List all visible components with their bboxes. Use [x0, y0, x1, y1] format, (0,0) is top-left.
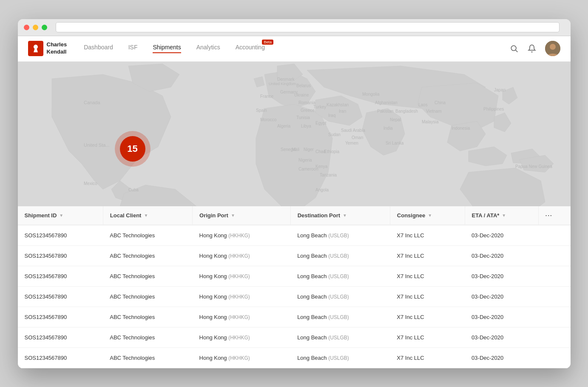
- table-container: Shipment ID ▼ Local Client ▼ Origin Port: [18, 206, 571, 368]
- logo: CharlesKendall: [28, 41, 67, 56]
- svg-text:Canada: Canada: [84, 100, 100, 105]
- search-icon[interactable]: [509, 44, 519, 53]
- svg-text:Saudi Arabia: Saudi Arabia: [341, 128, 365, 133]
- sort-icon-shipment-id: ▼: [59, 213, 63, 218]
- table-row[interactable]: SOS1234567890 ABC Technologies Hong Kong…: [18, 286, 571, 307]
- col-header-eta-ata[interactable]: ETA / ATA* ▼: [465, 206, 538, 225]
- notification-icon[interactable]: [527, 44, 537, 53]
- table-row[interactable]: SOS1234567890 ABC Technologies Hong Kong…: [18, 225, 571, 246]
- svg-text:Iran: Iran: [339, 109, 346, 114]
- sort-icon-destination-port: ▼: [343, 213, 347, 218]
- svg-text:Angola: Angola: [315, 188, 329, 192]
- col-header-origin-port[interactable]: Origin Port ▼: [193, 206, 291, 225]
- table-row[interactable]: SOS1234567890 ABC Technologies Hong Kong…: [18, 307, 571, 327]
- col-header-destination-port[interactable]: Destination Port ▼: [290, 206, 390, 225]
- cell-shipment-id: SOS1234567890: [18, 266, 103, 286]
- cell-consignee: X7 Inc LLC: [390, 225, 465, 246]
- map-container: Canada United Sta... Mexico Cuba Venezue…: [18, 62, 571, 206]
- user-avatar[interactable]: [545, 41, 560, 56]
- close-button[interactable]: [24, 25, 29, 30]
- maximize-button[interactable]: [42, 25, 47, 30]
- nav-shipments[interactable]: Shipments: [153, 44, 181, 53]
- title-bar: [18, 19, 571, 36]
- nav-dashboard[interactable]: Dashboard: [84, 44, 113, 53]
- nav-links: Dashboard ISF Shipments Analytics Accoun…: [84, 44, 509, 53]
- nav-accounting[interactable]: Accounting Beta: [236, 44, 265, 53]
- cell-destination-port: Long Beach (USLGB): [290, 245, 390, 266]
- svg-text:Spain: Spain: [256, 108, 267, 113]
- cell-eta-ata: 03-Dec-2020: [465, 347, 538, 368]
- svg-text:Philippines: Philippines: [483, 107, 504, 111]
- cell-origin-port: Hong Kong (HKHKG): [193, 225, 291, 246]
- svg-text:Belarus: Belarus: [296, 83, 311, 88]
- svg-text:Nepal: Nepal: [390, 117, 401, 122]
- svg-text:Malaysia: Malaysia: [422, 120, 439, 124]
- svg-text:Cuba: Cuba: [128, 188, 139, 192]
- cell-consignee: X7 Inc LLC: [390, 286, 465, 307]
- col-header-local-client[interactable]: Local Client ▼: [103, 206, 192, 225]
- cell-consignee: X7 Inc LLC: [390, 245, 465, 266]
- cell-more: [538, 245, 570, 266]
- map-cluster[interactable]: 15: [120, 136, 145, 162]
- table-row[interactable]: SOS1234567890 ABC Technologies Hong Kong…: [18, 245, 571, 266]
- svg-text:Papua New Guinea: Papua New Guinea: [515, 164, 552, 169]
- svg-text:Ukraine: Ukraine: [294, 93, 309, 97]
- cell-shipment-id: SOS1234567890: [18, 286, 103, 307]
- cell-origin-port: Hong Kong (HKHKG): [193, 245, 291, 266]
- col-header-shipment-id[interactable]: Shipment ID ▼: [18, 206, 103, 225]
- svg-text:Yemen: Yemen: [345, 141, 358, 145]
- nav-analytics[interactable]: Analytics: [196, 44, 220, 53]
- cell-destination-port: Long Beach (USLGB): [290, 307, 390, 327]
- svg-text:Bangladesh: Bangladesh: [395, 109, 418, 114]
- cell-shipment-id: SOS1234567890: [18, 245, 103, 266]
- table-row[interactable]: SOS1234567890 ABC Technologies Hong Kong…: [18, 347, 571, 368]
- svg-text:United Kingdom: United Kingdom: [269, 82, 296, 86]
- svg-text:United Sta...: United Sta...: [84, 142, 110, 148]
- svg-text:Libya: Libya: [301, 124, 311, 128]
- table-row[interactable]: SOS1234567890 ABC Technologies Hong Kong…: [18, 266, 571, 286]
- table-row[interactable]: SOS1234567890 ABC Technologies Hong Kong…: [18, 327, 571, 347]
- svg-text:Greece: Greece: [301, 108, 315, 113]
- svg-line-1: [515, 50, 517, 52]
- cell-origin-port: Hong Kong (HKHKG): [193, 266, 291, 286]
- cell-local-client: ABC Technologies: [103, 245, 192, 266]
- cell-more: [538, 286, 570, 307]
- svg-text:France: France: [260, 94, 274, 99]
- cell-more: [538, 347, 570, 368]
- cell-eta-ata: 03-Dec-2020: [465, 266, 538, 286]
- cell-origin-port: Hong Kong (HKHKG): [193, 347, 291, 368]
- cell-destination-port: Long Beach (USLGB): [290, 286, 390, 307]
- cell-consignee: X7 Inc LLC: [390, 307, 465, 327]
- svg-text:Algeria: Algeria: [277, 124, 291, 128]
- svg-text:Cameroon: Cameroon: [298, 167, 318, 171]
- svg-text:Laos: Laos: [418, 102, 428, 107]
- svg-text:Mexico: Mexico: [84, 181, 97, 186]
- svg-point-0: [511, 46, 516, 51]
- col-header-more[interactable]: ···: [538, 206, 570, 225]
- cell-consignee: X7 Inc LLC: [390, 266, 465, 286]
- svg-text:Ethiopia: Ethiopia: [324, 149, 340, 154]
- svg-text:Indonesia: Indonesia: [452, 126, 470, 131]
- svg-text:Sri Lanka: Sri Lanka: [386, 141, 404, 145]
- cell-local-client: ABC Technologies: [103, 225, 192, 246]
- table-header-row: Shipment ID ▼ Local Client ▼ Origin Port: [18, 206, 571, 225]
- cell-destination-port: Long Beach (USLGB): [290, 347, 390, 368]
- minimize-button[interactable]: [33, 25, 38, 30]
- svg-text:Tunisia: Tunisia: [296, 115, 310, 120]
- nav-isf[interactable]: ISF: [128, 44, 138, 53]
- svg-point-3: [550, 44, 556, 50]
- cell-shipment-id: SOS1234567890: [18, 307, 103, 327]
- cell-local-client: ABC Technologies: [103, 307, 192, 327]
- logo-text: CharlesKendall: [47, 41, 67, 56]
- navbar: CharlesKendall Dashboard ISF Shipments A…: [18, 36, 571, 62]
- col-header-consignee[interactable]: Consignee ▼: [390, 206, 465, 225]
- svg-text:Kazakhstan: Kazakhstan: [327, 102, 349, 107]
- svg-text:Niger: Niger: [304, 147, 314, 152]
- cell-origin-port: Hong Kong (HKHKG): [193, 327, 291, 347]
- cell-eta-ata: 03-Dec-2020: [465, 225, 538, 246]
- svg-text:Turkey: Turkey: [313, 105, 326, 109]
- svg-text:Egypt: Egypt: [315, 121, 327, 125]
- address-bar[interactable]: [56, 22, 560, 32]
- svg-text:Oman: Oman: [352, 135, 363, 140]
- svg-text:Denmark: Denmark: [277, 77, 295, 82]
